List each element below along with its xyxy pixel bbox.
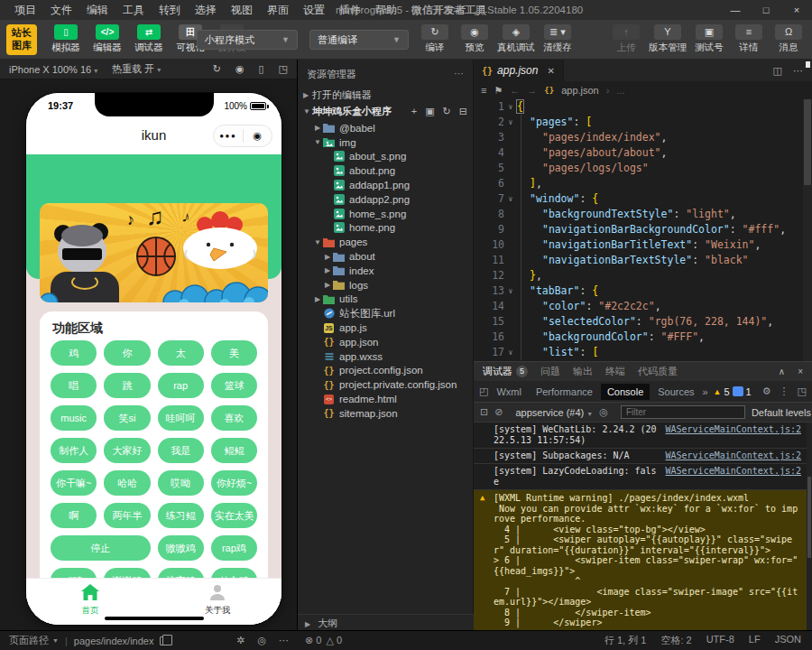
function-button[interactable]: 啊 <box>51 503 97 528</box>
tree-item[interactable]: {}sitemap.json <box>298 406 473 421</box>
tree-item[interactable]: about_s.png <box>298 150 473 164</box>
editor-scrollbar[interactable] <box>803 99 812 361</box>
menu-item[interactable]: 工具 <box>115 3 152 18</box>
tree-item[interactable]: home_s.png <box>298 207 473 221</box>
toolbar-debugger-button[interactable]: ⇄调试器 <box>128 23 170 54</box>
function-button[interactable]: 哎呦 <box>158 470 204 496</box>
status-item[interactable]: LF <box>749 634 761 647</box>
device-icon[interactable]: ▯ <box>259 63 264 75</box>
menu-item[interactable]: 文件 <box>43 3 79 18</box>
fold-icon[interactable]: ∨ <box>504 345 517 360</box>
record-icon[interactable]: ◉ <box>235 63 245 75</box>
editor-tab-appjson[interactable]: {} app.json ✕ <box>474 60 564 81</box>
breadcrumb-more[interactable]: ... <box>616 85 624 96</box>
function-button[interactable]: 练习鲲 <box>158 503 204 528</box>
tree-item[interactable]: <>readme.html <box>298 392 473 406</box>
panel-tab-输出[interactable]: 输出 <box>573 365 593 378</box>
overflow-tabs-icon[interactable]: » <box>703 386 708 397</box>
panel-tab-终端[interactable]: 终端 <box>605 365 625 378</box>
tree-item[interactable]: ▼pages <box>298 235 473 249</box>
panel-tab-调试器[interactable]: 调试器5 <box>483 365 528 378</box>
breadcrumb-file[interactable]: app.json <box>561 85 599 96</box>
menu-item[interactable]: 编辑 <box>79 3 115 18</box>
issue-counters[interactable]: ▲51 <box>714 386 752 397</box>
tree-item[interactable]: ▶index <box>298 264 473 278</box>
panel-tab-问题[interactable]: 问题 <box>540 365 560 378</box>
status-item[interactable]: 行 1, 列 1 <box>604 634 646 647</box>
compile-mode-dropdown[interactable]: 小程序模式 ▼ <box>197 30 298 50</box>
close-panel-icon[interactable]: × <box>798 367 803 376</box>
function-button[interactable]: 跳 <box>104 373 150 398</box>
function-button[interactable]: 两年半 <box>104 503 150 528</box>
function-button[interactable]: 我是 <box>158 438 204 463</box>
toolbar-simulator-button[interactable]: ▯模拟器 <box>45 23 87 54</box>
menu-item[interactable]: 设置 <box>296 3 332 18</box>
outline-section[interactable]: ▶ 大纲 <box>298 614 474 630</box>
tree-item[interactable]: about.png <box>298 163 473 178</box>
fold-icon[interactable]: ∨ <box>504 283 517 299</box>
collapse-panel-icon[interactable]: ∧ <box>779 367 785 376</box>
console-scrollbar[interactable] <box>807 422 812 630</box>
eye-icon[interactable]: ◎ <box>257 635 266 646</box>
minimize-button[interactable]: — <box>720 0 751 20</box>
function-button[interactable]: music <box>51 405 97 431</box>
refresh-icon[interactable]: ↻ <box>443 106 451 117</box>
more-menu-icon[interactable]: ●●● <box>214 132 243 140</box>
dock-side-icon[interactable]: ◳ <box>798 385 807 397</box>
clear-console-icon[interactable]: ⊘ <box>494 406 503 418</box>
problems-indicator[interactable]: ⊗ 0 △ 0 <box>298 635 342 646</box>
function-button[interactable]: 你 <box>104 340 150 366</box>
new-file-icon[interactable]: + <box>411 106 417 117</box>
hot-reload-selector[interactable]: 热重载 开▾ <box>112 62 161 76</box>
tree-item[interactable]: ▼img <box>298 135 473 150</box>
function-button[interactable]: rap <box>158 373 204 398</box>
devtools-tab-console[interactable]: Console <box>601 384 650 400</box>
new-folder-icon[interactable]: ▣ <box>425 106 434 117</box>
page-path-label[interactable]: 页面路径 <box>9 634 49 647</box>
function-button[interactable]: rap鸡 <box>211 535 257 561</box>
compile-type-dropdown[interactable]: 普通编译 ▼ <box>309 30 409 50</box>
toolbar-editor-button[interactable]: </>编辑器 <box>87 23 128 54</box>
menu-item[interactable]: 视图 <box>224 3 260 18</box>
kebab-menu-icon[interactable]: ⋮ <box>780 385 789 397</box>
function-button[interactable]: 唱 <box>51 373 97 398</box>
tree-item[interactable]: 站长图库.url <box>298 306 473 320</box>
maximize-button[interactable]: □ <box>751 0 781 20</box>
copy-icon[interactable] <box>160 636 168 645</box>
devtools-tab-performance[interactable]: Performance <box>530 384 599 400</box>
function-button[interactable]: 嗷嗷鸡 <box>158 535 204 561</box>
page-path-value[interactable]: pages/index/index <box>74 636 154 646</box>
source-link[interactable]: WAServiceMainContext.js:2 <box>665 424 801 435</box>
status-item[interactable]: UTF-8 <box>706 634 734 647</box>
more-actions-icon[interactable]: ⋯ <box>793 65 803 77</box>
tree-item[interactable]: ▶@babel <box>298 121 473 135</box>
function-button[interactable]: 鲲鲲 <box>211 438 257 463</box>
tree-item[interactable]: ▶about <box>298 249 473 264</box>
refresh-icon[interactable]: ↻ <box>213 63 221 75</box>
live-expression-icon[interactable]: ⊡ <box>480 406 488 418</box>
preview-button[interactable]: ◉预览 <box>455 23 494 54</box>
clear-cache-button[interactable]: ≣ ▾清缓存 <box>538 23 577 54</box>
compile-button[interactable]: ↻编译 <box>415 23 455 54</box>
source-link[interactable]: WAServiceMainContext.js:2 <box>665 450 801 461</box>
inspect-icon[interactable]: ◰ <box>479 385 488 397</box>
tree-item[interactable]: JSapp.js <box>298 320 473 335</box>
tree-item[interactable]: addapp2.png <box>298 192 473 207</box>
log-levels-dropdown[interactable]: Default levels ▼ <box>752 407 812 418</box>
remote-debug-button[interactable]: ◈真机调试 <box>494 23 538 54</box>
function-button[interactable]: 哈哈 <box>104 470 150 496</box>
list-icon[interactable]: ≡ <box>481 85 486 96</box>
context-selector[interactable]: appservice (#4) ▼ <box>515 407 593 418</box>
message-button[interactable]: Ω消息 <box>769 23 808 54</box>
fold-icon[interactable]: ∨ <box>504 115 517 130</box>
filter-input[interactable] <box>621 405 745 419</box>
function-button[interactable]: 你好烦~ <box>211 470 257 496</box>
tree-item[interactable]: ▶logs <box>298 278 473 292</box>
function-button[interactable]: 你干嘛~ <box>51 470 97 496</box>
code-area[interactable]: 1∨{2∨"pages": [3"pages/index/index",4"pa… <box>474 99 803 361</box>
forward-icon[interactable]: → <box>527 85 537 96</box>
fold-icon[interactable]: ∨ <box>504 191 517 207</box>
status-item[interactable]: JSON <box>775 634 801 647</box>
bookmark-icon[interactable]: ⚑ <box>494 85 503 97</box>
fold-icon[interactable]: ∨ <box>504 99 517 115</box>
